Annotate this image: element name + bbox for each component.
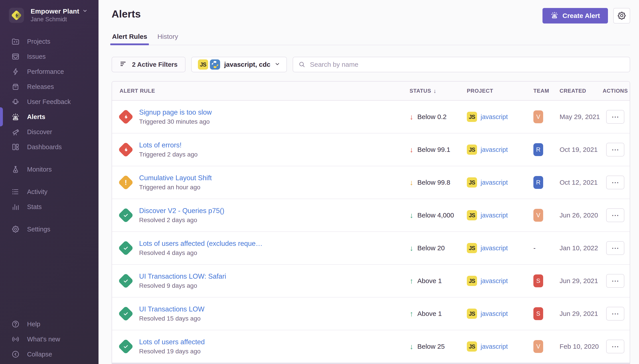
team-none: - [533, 244, 536, 252]
row-actions-button[interactable]: ⋯ [606, 340, 624, 353]
platform-badge-javascript: JS [198, 60, 208, 70]
project-link[interactable]: javascript [481, 310, 508, 318]
sidebar-item-user-feedback[interactable]: User Feedback [0, 94, 99, 109]
table-row: Lots of errors! Triggered 2 days ago ↓ B… [112, 134, 630, 166]
status-threshold: Below 99.1 [417, 146, 450, 154]
alert-rule-link[interactable]: Discover V2 - Queries p75() [139, 207, 224, 215]
alert-rule-link[interactable]: Lots of users affected (excludes reque… [139, 240, 262, 248]
column-created: Created [552, 88, 601, 94]
critical-diamond-icon [120, 110, 132, 123]
siren-icon [550, 11, 558, 20]
platform-badge-javascript: JS [467, 210, 477, 220]
platform-badge-javascript: JS [467, 144, 477, 155]
alert-rule-status-text: Resolved 2 days ago [139, 216, 224, 224]
table-row: Lots of users affected (excludes reque… … [112, 232, 630, 265]
table-row: UI Transactions LOW Resolved 15 days ago… [112, 298, 630, 330]
settings-button[interactable] [613, 8, 630, 24]
project-filter-dropdown[interactable]: JS javascript, cdc [191, 57, 287, 72]
created-date: May 29, 2021 [552, 113, 601, 120]
project-link[interactable]: javascript [481, 212, 508, 219]
created-date: Oct 19, 2021 [552, 146, 601, 154]
releases-icon [11, 82, 20, 91]
sidebar-item-projects[interactable]: Projects [0, 34, 99, 49]
trend-arrow-icon: ↓ [410, 212, 413, 219]
search-input[interactable] [293, 57, 630, 72]
project-link[interactable]: javascript [481, 146, 508, 154]
column-status[interactable]: Status ↓ [400, 88, 462, 94]
alert-rules-table: Alert Rule Status ↓ Project Team Created… [112, 81, 630, 364]
sidebar-item-what-s-new[interactable]: What's new [0, 332, 99, 347]
project-link[interactable]: javascript [481, 179, 508, 186]
alert-rule-link[interactable]: Lots of errors! [139, 141, 198, 149]
project-link[interactable]: javascript [481, 343, 508, 350]
sidebar-item-dashboards[interactable]: Dashboards [0, 140, 99, 154]
org-switcher[interactable]: Empower Plant Jane Schmidt [0, 7, 99, 24]
alert-rule-status-text: Resolved 4 days ago [139, 250, 262, 256]
sidebar-item-alerts[interactable]: Alerts [0, 109, 99, 124]
trend-arrow-icon: ↓ [410, 146, 413, 154]
resolved-diamond-icon [120, 308, 132, 320]
alert-rule-link[interactable]: Signup page is too slow [139, 108, 212, 116]
active-filters-button[interactable]: 2 Active Filters [112, 57, 185, 72]
alert-rule-link[interactable]: Lots of users affected [139, 338, 205, 346]
trend-arrow-icon: ↓ [410, 113, 413, 120]
project-link[interactable]: javascript [481, 113, 508, 120]
platform-badge-javascript: JS [467, 342, 477, 352]
row-actions-button[interactable]: ⋯ [606, 176, 624, 189]
row-actions-button[interactable]: ⋯ [606, 208, 624, 222]
next-row-partial [112, 363, 630, 364]
column-team: Team [524, 88, 552, 94]
sidebar-item-monitors[interactable]: Monitors [0, 162, 99, 177]
platform-badge-python [210, 60, 220, 70]
sidebar-item-help[interactable]: Help [0, 316, 99, 332]
tab-history[interactable]: History [157, 33, 178, 45]
status-threshold: Below 99.8 [417, 179, 450, 186]
alert-rule-link[interactable]: UI Transactions LOW: Safari [139, 272, 226, 280]
platform-badge-javascript: JS [467, 308, 477, 319]
trend-arrow-icon: ↑ [410, 310, 413, 318]
platform-badge-javascript: JS [467, 177, 477, 188]
row-actions-button[interactable]: ⋯ [606, 241, 624, 255]
project-link[interactable]: javascript [481, 244, 508, 252]
row-actions-button[interactable]: ⋯ [606, 307, 624, 320]
sidebar-item-activity[interactable]: Activity [0, 184, 99, 199]
status-threshold: Below 4,000 [417, 212, 454, 219]
platform-badge-javascript: JS [467, 243, 477, 253]
tab-alert-rules[interactable]: Alert Rules [112, 33, 148, 45]
team-badge: R [533, 143, 543, 156]
trend-arrow-icon: ↓ [410, 343, 413, 350]
sidebar-item-releases[interactable]: Releases [0, 79, 99, 94]
resolved-diamond-icon [120, 275, 132, 287]
alert-rule-link[interactable]: UI Transactions LOW [139, 305, 205, 313]
org-user: Jane Schmidt [31, 16, 88, 23]
warning-diamond-icon: ! [120, 176, 132, 189]
alert-rule-status-text: Triggered 2 days ago [139, 151, 198, 158]
trend-arrow-icon: ↓ [410, 244, 413, 252]
org-name: Empower Plant [31, 8, 79, 15]
create-alert-button[interactable]: Create Alert [542, 8, 608, 24]
app-root: Empower Plant Jane Schmidt Projects Issu… [0, 0, 639, 364]
sidebar-item-settings[interactable]: Settings [0, 222, 99, 237]
page-title: Alerts [112, 8, 141, 20]
sidebar-item-collapse[interactable]: Collapse [0, 347, 99, 362]
team-badge: R [533, 176, 543, 189]
project-link[interactable]: javascript [481, 277, 508, 285]
sidebar-item-performance[interactable]: Performance [0, 64, 99, 79]
sidebar-item-stats[interactable]: Stats [0, 199, 99, 214]
activity-icon [11, 187, 20, 196]
table-header-row: Alert Rule Status ↓ Project Team Created… [112, 82, 630, 101]
row-actions-button[interactable]: ⋯ [606, 274, 624, 288]
alert-rule-link[interactable]: Cumulative Layout Shift [139, 174, 212, 182]
performance-icon [11, 67, 20, 76]
created-date: Feb 10, 2020 [552, 343, 601, 350]
sidebar-item-discover[interactable]: Discover [0, 124, 99, 140]
row-actions-button[interactable]: ⋯ [606, 143, 624, 156]
created-date: Jun 26, 2020 [552, 212, 601, 219]
chevron-down-icon [274, 61, 280, 68]
help-icon [11, 320, 20, 328]
main-content: Alerts Create Alert Alert Rules History [99, 0, 639, 364]
row-actions-button[interactable]: ⋯ [606, 110, 624, 124]
table-row: Signup page is too slow Triggered 30 min… [112, 101, 630, 134]
team-badge: V [533, 110, 543, 123]
sidebar-item-issues[interactable]: Issues [0, 49, 99, 64]
